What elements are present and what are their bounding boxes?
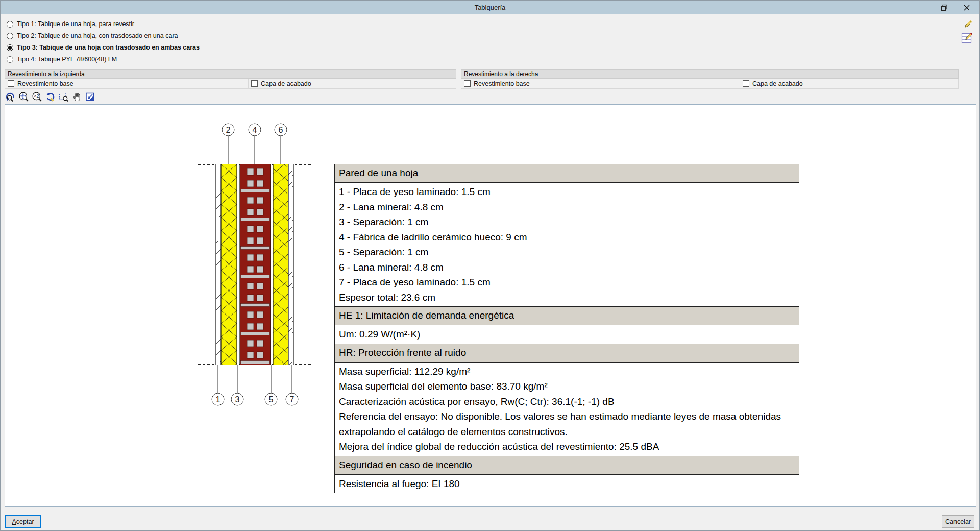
- tabiqueria-dialog: Tabiquería Tipo 1: Tabique de una hoja, …: [0, 0, 980, 531]
- marker-2: 2: [226, 126, 231, 134]
- radio-tipo-3[interactable]: Tipo 3: Tabique de una hoja con trasdosa…: [7, 43, 200, 52]
- pencil-icon: [963, 18, 974, 30]
- layer-placa-yeso-right: [288, 164, 293, 365]
- pan-hand-button[interactable]: [71, 91, 83, 102]
- bottom-leader-lines: [218, 365, 292, 393]
- edit-table-button[interactable]: [961, 31, 974, 44]
- table-row: 6 - Lana mineral: 4.8 cm: [335, 260, 799, 275]
- table-section-header: Seguridad en caso de incendio: [334, 456, 799, 475]
- previous-view-button[interactable]: [84, 91, 96, 102]
- layer-ladrillo: [240, 164, 271, 365]
- table-row: 4 - Fábrica de ladrillo cerámico hueco: …: [335, 230, 799, 245]
- pan-hand-icon: [71, 91, 82, 102]
- checkbox-right-revestimiento-base[interactable]: Revestimiento base: [461, 79, 740, 89]
- accept-button-label: ceptar: [16, 518, 34, 525]
- top-markers: 2 4 6: [222, 124, 287, 136]
- cancel-button-label: Cancelar: [945, 518, 971, 525]
- close-window-button[interactable]: [958, 1, 975, 14]
- checkbox-label: Capa de acabado: [752, 80, 803, 87]
- table-row: Referencia del ensayo: No disponible. Lo…: [335, 409, 799, 439]
- panel-title: Revestimiento a la izquierda: [5, 69, 456, 79]
- radio-label: Tipo 1: Tabique de una hoja, para revest…: [17, 20, 134, 28]
- table-row: Masa superficial del elemento base: 83.7…: [335, 379, 799, 394]
- marker-1: 1: [216, 395, 220, 404]
- drawing-toolbar: ×2: [5, 90, 96, 103]
- table-row: 7 - Placa de yeso laminado: 1.5 cm: [335, 275, 799, 290]
- redraw-icon: [45, 91, 56, 102]
- zoom-window-icon: [58, 91, 69, 102]
- bottom-markers: 1 3 5 7: [212, 393, 298, 405]
- table-row: Masa superficial: 112.29 kg/m²: [335, 364, 799, 379]
- marker-5: 5: [269, 395, 274, 404]
- zoom-extents-button[interactable]: [18, 91, 30, 102]
- marker-6: 6: [279, 126, 283, 134]
- panel-title: Revestimiento a la derecha: [461, 69, 959, 79]
- checkbox-label: Revestimiento base: [474, 80, 530, 87]
- restore-window-button[interactable]: [936, 1, 953, 14]
- titlebar: Tabiquería: [1, 1, 979, 14]
- table-section-body: Masa superficial: 112.29 kg/m² Masa supe…: [334, 362, 799, 456]
- checkbox-icon: [743, 80, 749, 87]
- previous-view-icon: [85, 91, 95, 102]
- table-row: Caracterización acústica por ensayo, Rw(…: [335, 394, 799, 409]
- marker-3: 3: [235, 395, 240, 404]
- table-row: 5 - Separación: 1 cm: [335, 245, 799, 260]
- accept-button-accelerator: A: [12, 518, 16, 525]
- table-section-body: 1 - Placa de yeso laminado: 1.5 cm 2 - L…: [334, 182, 799, 307]
- table-row: Espesor total: 23.6 cm: [335, 290, 799, 305]
- table-section-header: HE 1: Limitación de demanda energética: [334, 306, 799, 325]
- radio-tipo-4[interactable]: Tipo 4: Tabique PYL 78/600(48) LM: [7, 55, 117, 63]
- checkbox-icon: [464, 80, 471, 87]
- layer-lana-mineral-right: [273, 164, 288, 365]
- table-section-header: Pared de una hoja: [334, 164, 799, 183]
- radio-tipo-2[interactable]: Tipo 2: Tabique de una hoja, con trasdos…: [7, 32, 178, 40]
- radio-label: Tipo 2: Tabique de una hoja, con trasdos…: [17, 32, 178, 39]
- edit-button[interactable]: [962, 17, 975, 31]
- checkbox-icon: [251, 80, 258, 87]
- zoom-window-button[interactable]: [58, 91, 69, 102]
- cancel-button[interactable]: Cancelar: [942, 515, 974, 528]
- accept-button[interactable]: Aceptar: [5, 515, 41, 528]
- radio-label: Tipo 3: Tabique de una hoja con trasdosa…: [17, 44, 200, 51]
- checkbox-label: Capa de acabado: [261, 80, 311, 87]
- zoom-x2-icon: ×2: [32, 91, 42, 102]
- wall-properties-table: Pared de una hoja 1 - Placa de yeso lami…: [334, 164, 799, 493]
- table-row: 2 - Lana mineral: 4.8 cm: [335, 200, 799, 215]
- checkbox-icon: [8, 80, 14, 87]
- checkbox-left-revestimiento-base[interactable]: Revestimiento base: [5, 79, 249, 89]
- table-section-body: Resistencia al fuego: EI 180: [334, 474, 799, 494]
- table-row: Um: 0.29 W/(m²·K): [335, 327, 799, 342]
- restore-icon: [941, 4, 948, 11]
- marker-4: 4: [253, 126, 257, 134]
- zoom-refresh-icon: [5, 91, 16, 102]
- checkbox-right-capa-acabado[interactable]: Capa de acabado: [740, 79, 959, 89]
- radio-unchecked-icon: [7, 33, 13, 39]
- panel-revestimiento-izquierda: Revestimiento a la izquierda Revestimien…: [5, 69, 456, 89]
- checkbox-left-capa-acabado[interactable]: Capa de acabado: [249, 79, 456, 89]
- zoom-extents-icon: [18, 91, 29, 102]
- table-row: 3 - Separación: 1 cm: [335, 214, 799, 230]
- edit-table-icon: [961, 32, 973, 44]
- radio-label: Tipo 4: Tabique PYL 78/600(48) LM: [17, 56, 117, 63]
- window-title: Tabiquería: [475, 4, 506, 11]
- radio-unchecked-icon: [7, 56, 13, 63]
- redraw-button[interactable]: [44, 91, 56, 102]
- panel-revestimiento-derecha: Revestimiento a la derecha Revestimiento…: [461, 69, 959, 89]
- radio-tipo-1[interactable]: Tipo 1: Tabique de una hoja, para revest…: [7, 20, 134, 28]
- layer-placa-yeso-left: [216, 164, 221, 365]
- wall-section-drawing: 2 4 6 1 3 5 7: [154, 108, 333, 425]
- marker-7: 7: [290, 395, 295, 404]
- table-row: 1 - Placa de yeso laminado: 1.5 cm: [335, 184, 799, 200]
- zoom-refresh-button[interactable]: [5, 91, 16, 102]
- drawing-canvas[interactable]: 2 4 6 1 3 5 7 P: [5, 104, 976, 507]
- zoom-x2-button[interactable]: ×2: [31, 91, 43, 102]
- radio-checked-icon: [7, 44, 13, 51]
- checkbox-label: Revestimiento base: [17, 80, 74, 87]
- right-toolbar-separator: [959, 16, 959, 68]
- close-icon: [963, 4, 970, 11]
- table-row: Resistencia al fuego: EI 180: [335, 476, 799, 492]
- svg-text:×2: ×2: [34, 93, 39, 99]
- radio-unchecked-icon: [7, 21, 13, 28]
- layer-lana-mineral-left: [221, 164, 237, 365]
- table-row: Mejora del índice global de reducción ac…: [335, 439, 799, 454]
